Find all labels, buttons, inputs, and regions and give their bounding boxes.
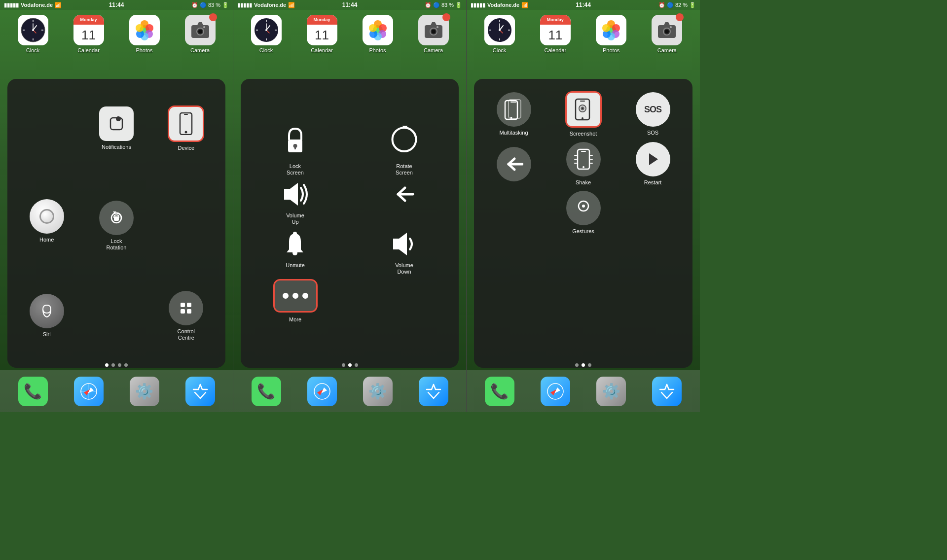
calendar-app-3[interactable]: Monday 11 Calendar xyxy=(536,15,575,53)
carrier-name-1: Vodafone.de xyxy=(21,2,53,8)
dot-2-2 xyxy=(348,363,352,367)
device-icon xyxy=(168,105,204,142)
alarm-icon-2: ⏰ xyxy=(425,2,432,8)
clock-app-3[interactable]: Clock xyxy=(480,15,519,53)
control-centre-label: ControlCentre xyxy=(178,328,195,341)
dot-2-3 xyxy=(355,363,358,367)
unmute-label: Unmute xyxy=(286,262,305,269)
dock-safari-2[interactable] xyxy=(307,377,337,406)
camera-app-2[interactable]: Camera xyxy=(414,15,453,53)
clock-label-1: Clock xyxy=(26,47,40,53)
clock-label-3: Clock xyxy=(493,47,507,53)
screenshot-icon xyxy=(565,91,602,128)
home-item[interactable]: Home xyxy=(15,174,78,268)
svg-point-95 xyxy=(582,117,583,119)
sos-text: SOS xyxy=(644,105,661,115)
page-dots-1 xyxy=(0,363,233,367)
camera-app-1[interactable]: Camera xyxy=(181,15,220,53)
control-centre-svg xyxy=(177,299,195,317)
dock-settings-3[interactable]: ⚙️ xyxy=(596,377,626,406)
dock-appstore-2[interactable] xyxy=(419,377,448,406)
carrier-1: ▮▮▮▮▮ Vodafone.de 📶 xyxy=(4,2,62,8)
clock-app-2[interactable]: Clock xyxy=(247,15,286,53)
dock-safari-1[interactable] xyxy=(74,377,104,406)
calendar-label-1: Calendar xyxy=(77,47,100,53)
dock-appstore-1[interactable] xyxy=(185,377,215,406)
status-right-3: ⏰ 🔵 82 % 🔋 xyxy=(658,2,696,8)
dock-phone-1[interactable]: 📞 xyxy=(18,377,48,406)
battery-icon-1: 🔋 xyxy=(222,2,229,8)
home-label: Home xyxy=(39,237,54,243)
svg-point-89 xyxy=(670,26,672,28)
svg-point-58 xyxy=(437,26,438,28)
volume-down-item[interactable]: VolumeDown xyxy=(357,230,451,275)
more-label: More xyxy=(289,316,301,323)
siri-icon xyxy=(30,294,64,328)
dot-3-3 xyxy=(588,363,591,367)
arrow-left-item[interactable] xyxy=(357,180,451,225)
notifications-item[interactable]: Notifications xyxy=(84,89,148,168)
rotate-screen-item[interactable]: RotateScreen xyxy=(357,124,451,176)
dock-phone-2[interactable]: 📞 xyxy=(252,377,281,406)
restart-item[interactable]: Restart xyxy=(620,142,685,186)
wifi-icon-3: 📶 xyxy=(521,2,528,8)
photos-label-2: Photos xyxy=(369,47,386,53)
panel3-grid: Multitasking Screenshot xyxy=(481,89,685,358)
screenshot-label: Screenshot xyxy=(570,131,597,137)
unmute-svg xyxy=(279,230,311,258)
control-centre-item[interactable]: ControlCentre xyxy=(154,274,218,358)
calendar-app-1[interactable]: Monday 11 Calendar xyxy=(69,15,109,53)
restart-icon xyxy=(636,142,670,176)
more-item[interactable]: More xyxy=(248,279,342,323)
screenshot-item[interactable]: Screenshot xyxy=(551,91,616,137)
unmute-item[interactable]: Unmute xyxy=(248,230,342,275)
cal-month-1: Monday xyxy=(73,15,104,25)
home-icon xyxy=(30,199,64,234)
volume-up-item[interactable]: VolumeUp xyxy=(248,180,342,225)
dock-phone-3[interactable]: 📞 xyxy=(485,377,514,406)
clock-icon-3 xyxy=(484,15,515,45)
clock-svg-1 xyxy=(18,15,48,45)
phone-panel-1: ▮▮▮▮▮ Vodafone.de 📶 11:44 ⏰ 🔵 83 % 🔋 xyxy=(0,0,233,412)
camera-label-1: Camera xyxy=(190,47,210,53)
calendar-icon-3: Monday 11 xyxy=(540,15,571,45)
svg-rect-102 xyxy=(581,151,586,152)
clock-icon-2 xyxy=(251,15,282,45)
photos-app-3[interactable]: Photos xyxy=(591,15,631,53)
svg-rect-33 xyxy=(187,309,191,314)
lock-screen-item[interactable]: LockScreen xyxy=(248,124,342,176)
shake-item[interactable]: Shake xyxy=(551,142,616,186)
arrow-left2-item[interactable] xyxy=(481,142,546,186)
calendar-label-3: Calendar xyxy=(545,47,567,53)
dock-settings-1[interactable]: ⚙️ xyxy=(130,377,159,406)
camera-app-3[interactable]: Camera xyxy=(647,15,687,53)
rotate-screen-svg xyxy=(388,124,420,159)
sos-item[interactable]: SOS SOS xyxy=(620,91,685,137)
clock-svg-2 xyxy=(251,15,282,45)
dock-appstore-3[interactable] xyxy=(652,377,682,406)
dot-3-1 xyxy=(575,363,579,367)
dock-settings-2[interactable]: ⚙️ xyxy=(363,377,393,406)
multitasking-item[interactable]: Multitasking xyxy=(481,91,546,137)
notifications-svg xyxy=(107,114,126,134)
camera-icon-3 xyxy=(652,15,682,45)
lock-rotation-item[interactable]: LockRotation xyxy=(84,184,148,268)
photos-app-2[interactable]: Photos xyxy=(358,15,398,53)
multitasking-svg xyxy=(504,99,524,120)
svg-point-101 xyxy=(583,166,584,168)
camera-notif-3 xyxy=(676,13,684,21)
calendar-app-2[interactable]: Monday 11 Calendar xyxy=(302,15,342,53)
safari-svg-2 xyxy=(313,383,331,400)
clock-app-1[interactable]: Clock xyxy=(13,15,53,53)
dot-2-1 xyxy=(342,363,345,367)
device-item[interactable]: Device xyxy=(154,89,218,168)
gestures-item[interactable]: Gestures xyxy=(551,191,616,235)
appstore-svg-3 xyxy=(658,383,676,400)
svg-marker-109 xyxy=(649,153,658,165)
screenshot-svg xyxy=(573,97,594,122)
svg-point-46 xyxy=(265,29,267,31)
dock-safari-3[interactable] xyxy=(541,377,570,406)
photos-app-1[interactable]: Photos xyxy=(125,15,164,53)
battery-text-2: 83 % xyxy=(441,2,454,8)
siri-item[interactable]: Siri xyxy=(15,274,78,358)
